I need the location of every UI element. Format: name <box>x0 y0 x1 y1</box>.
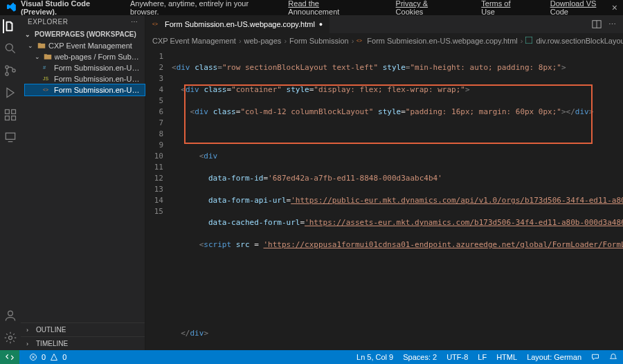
account-icon[interactable] <box>3 309 17 322</box>
tree-label: Form Submission.en-US.webpage.copy... <box>54 86 142 94</box>
tree-label: CXP Event Management <box>48 42 132 50</box>
more-icon[interactable]: ⋯ <box>131 18 138 26</box>
folder-icon <box>44 53 52 61</box>
svg-text:<>: <> <box>43 87 48 92</box>
html-file-icon: <> <box>152 20 161 28</box>
svg-rect-6 <box>6 110 10 114</box>
svg-rect-8 <box>12 116 16 120</box>
search-icon[interactable] <box>3 42 17 55</box>
chevron-right-icon: › <box>26 340 33 347</box>
tree-file-html[interactable]: <> Form Submission.en-US.webpage.copy... <box>25 84 145 95</box>
chevron-right-icon: › <box>352 37 354 45</box>
indent-setting[interactable]: Spaces: 2 <box>403 353 437 361</box>
svg-point-2 <box>6 66 8 69</box>
activity-bar <box>0 15 21 350</box>
notifications-icon[interactable] <box>609 353 617 361</box>
error-icon <box>29 353 37 361</box>
workspace-label: POWERPAGES (WORKSPACE) <box>35 30 136 38</box>
product-name: Visual Studio Code (Preview). <box>21 0 127 16</box>
dirty-indicator-icon: ● <box>319 21 323 28</box>
tree-label: Form Submission.en-US.customcss.css <box>54 64 142 72</box>
svg-rect-9 <box>12 110 16 114</box>
breadcrumbs[interactable]: CXP Event Management › web-pages › Form … <box>145 33 623 48</box>
code-editor[interactable]: 123456789101112131415 <div class="row se… <box>145 48 623 350</box>
settings-gear-icon[interactable] <box>3 331 17 345</box>
tab-active[interactable]: <> Form Submission.en-US.webpage.copy.ht… <box>145 15 330 33</box>
breadcrumb-item[interactable]: <> Form Submiesion.en-US.webpage.copy.ht… <box>356 37 517 45</box>
svg-rect-21 <box>525 37 532 44</box>
chevron-down-icon: ⌄ <box>25 31 32 38</box>
chevron-right-icon: › <box>239 37 242 45</box>
tab-actions: ⋯ <box>592 15 623 33</box>
tree-folder-webpages[interactable]: ⌄ web-pages / Form Submission <box>25 51 145 62</box>
eol[interactable]: LF <box>478 353 487 361</box>
chevron-down-icon: ⌄ <box>28 42 35 49</box>
layout[interactable]: Layout: German <box>527 353 581 361</box>
vscode-icon <box>7 3 17 12</box>
file-tree: ⌄ CXP Event Management ⌄ web-pages / For… <box>21 40 145 95</box>
svg-point-0 <box>6 44 12 51</box>
svg-point-13 <box>9 336 12 340</box>
svg-point-12 <box>8 311 13 316</box>
svg-text:JS: JS <box>43 76 48 81</box>
split-editor-icon[interactable] <box>592 19 602 29</box>
warning-icon <box>50 353 58 361</box>
outline-label: OUTLINE <box>36 326 66 334</box>
line-number-gutter: 123456789101112131415 <box>145 48 168 350</box>
top-notification-bar: Visual Studio Code (Preview). Anywhere, … <box>0 0 623 15</box>
remote-indicator[interactable] <box>0 350 19 364</box>
tab-bar: <> Form Submission.en-US.webpage.copy.ht… <box>145 15 623 33</box>
chevron-right-icon: › <box>284 37 287 45</box>
tab-label: Form Submission.en-US.webpage.copy.html <box>165 20 315 28</box>
feedback-icon[interactable] <box>591 353 599 361</box>
tagline: Anywhere, anytime, entirely in your brow… <box>130 0 278 16</box>
download-link[interactable]: Download VS Code <box>550 0 616 16</box>
cursor-position[interactable]: Ln 5, Col 9 <box>356 353 393 361</box>
read-announcement-link[interactable]: Read the Announcement <box>288 0 371 16</box>
language-mode[interactable]: HTML <box>496 353 517 361</box>
explorer-icon[interactable] <box>3 19 17 33</box>
error-count: 0 <box>42 353 46 361</box>
breadcrumb-item[interactable]: div.row.sectionBlockLayout.text-left <box>525 37 623 45</box>
svg-point-3 <box>6 73 8 75</box>
source-control-icon[interactable] <box>3 64 17 78</box>
chevron-right-icon: › <box>521 37 523 45</box>
editor-area: <> Form Submission.en-US.webpage.copy.ht… <box>145 15 623 350</box>
tree-file-css[interactable]: # Form Submission.en-US.customcss.css <box>25 62 145 73</box>
html-file-icon: <> <box>356 37 365 45</box>
svg-rect-10 <box>6 133 15 139</box>
status-bar: 0 0 Ln 5, Col 9 Spaces: 2 UTF-8 LF HTML … <box>0 350 623 364</box>
breadcrumb-item[interactable]: web-pages <box>244 37 282 45</box>
svg-text:<>: <> <box>152 21 158 26</box>
symbol-icon <box>525 37 534 45</box>
extensions-icon[interactable] <box>3 108 17 122</box>
remote-explorer-icon[interactable] <box>3 130 17 144</box>
css-file-icon: # <box>43 64 51 72</box>
workspace-header[interactable]: ⌄ POWERPAGES (WORKSPACE) <box>21 28 145 40</box>
chevron-right-icon: › <box>26 327 33 334</box>
svg-text:<>: <> <box>356 38 362 43</box>
terms-link[interactable]: Terms of Use <box>481 0 525 16</box>
svg-text:#: # <box>43 64 46 71</box>
close-icon[interactable]: × <box>612 2 617 13</box>
html-file-icon: <> <box>43 86 51 94</box>
debug-icon[interactable] <box>3 86 17 100</box>
timeline-section[interactable]: › TIMELINE <box>21 336 145 350</box>
problems-indicator[interactable]: 0 0 <box>29 353 66 361</box>
breadcrumb-item[interactable]: Form Submission <box>289 37 349 45</box>
explorer-title: EXPLORER ⋯ <box>21 15 145 28</box>
svg-line-1 <box>12 51 15 53</box>
outline-section[interactable]: › OUTLINE <box>21 322 145 336</box>
privacy-link[interactable]: Privacy & Cookies <box>396 0 458 16</box>
tree-file-js[interactable]: JS Form Submission.en-US.customjs.js <box>25 73 145 84</box>
encoding[interactable]: UTF-8 <box>446 353 468 361</box>
breadcrumb-item[interactable]: CXP Event Management <box>152 37 236 45</box>
tree-label: web-pages / Form Submission <box>55 53 142 61</box>
chevron-down-icon: ⌄ <box>35 53 41 60</box>
code-content[interactable]: <div class="row sectionBlockLayout text-… <box>168 48 623 350</box>
more-actions-icon[interactable]: ⋯ <box>608 20 616 29</box>
tree-folder-root[interactable]: ⌄ CXP Event Management <box>25 40 145 51</box>
explorer-title-label: EXPLORER <box>28 18 68 26</box>
svg-rect-7 <box>6 116 10 120</box>
svg-marker-5 <box>7 88 14 97</box>
